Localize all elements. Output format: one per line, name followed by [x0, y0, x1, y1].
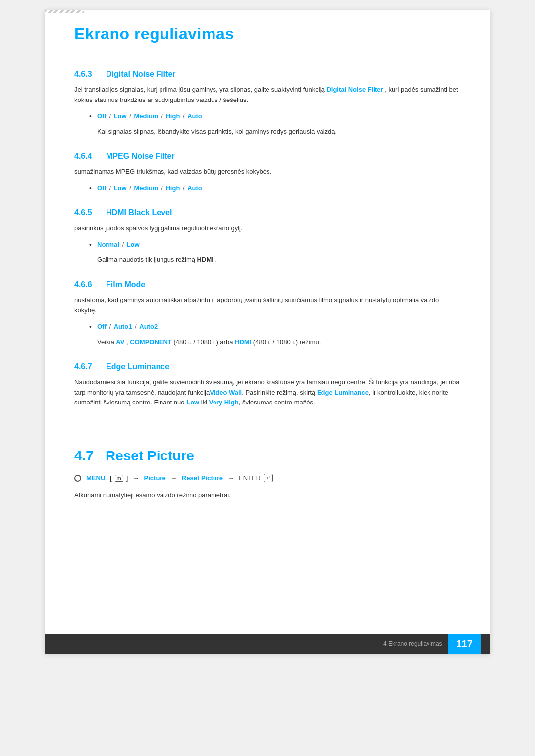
- menu-picture-link: Picture: [144, 474, 166, 482]
- page: Ekrano reguliavimas 4.6.3 Digital Noise …: [45, 10, 490, 654]
- options-list-465: Normal / Low: [89, 239, 461, 250]
- section-heading-467: 4.6.7 Edge Luminance: [74, 362, 461, 371]
- list-item-465: Normal / Low: [89, 239, 461, 250]
- section-464: 4.6.4 MPEG Noise Filter sumažinamas MPEG…: [74, 152, 461, 194]
- note-text-463: Kai signalas silpnas, išbandykite visas …: [97, 127, 461, 137]
- note-text-466: Veikia AV , COMPONENT (480 i. / 1080 i.)…: [97, 337, 461, 348]
- circle-icon: [74, 475, 81, 482]
- content-area: 4.6.3 Digital Noise Filter Jei transliac…: [45, 48, 490, 545]
- option-medium-463: Medium: [134, 112, 158, 120]
- page-footer: 4 Ekrano reguliavimas 117: [45, 634, 490, 654]
- section-463: 4.6.3 Digital Noise Filter Jei transliac…: [74, 70, 461, 137]
- section-466: 4.6.6 Film Mode nustatoma, kad gaminys a…: [74, 280, 461, 348]
- section-47-heading: 4.7 Reset Picture: [74, 438, 461, 464]
- note-text-465: Galima naudotis tik įjungus režimą HDMI …: [97, 255, 461, 265]
- body-text-466: nustatoma, kad gaminys automatiškai atpa…: [74, 295, 461, 316]
- section-divider: [74, 423, 461, 423]
- section-heading-463: 4.6.3 Digital Noise Filter: [74, 70, 461, 79]
- list-item-463: Off / Low / Medium / High / Auto: [89, 110, 461, 122]
- body-text-47: Atkuriami numatytieji esamo vaizdo režim…: [74, 490, 461, 501]
- section-heading-464: 4.6.4 MPEG Noise Filter: [74, 152, 461, 161]
- footer-section-label: 4 Ekrano reguliavimas: [383, 640, 442, 647]
- footer-page-number: 117: [448, 634, 481, 654]
- page-header: Ekrano reguliavimas: [45, 10, 490, 48]
- option-off-463: Off: [97, 112, 107, 120]
- section-467: 4.6.7 Edge Luminance Naudodamiesi šia fu…: [74, 362, 461, 408]
- body-text-463: Jei transliacijos signalas, kurį priima …: [74, 85, 461, 105]
- top-stripe-decoration: [45, 10, 84, 13]
- menu-keyword: MENU: [86, 474, 105, 482]
- options-list-464: Off / Low / Medium / High / Auto: [89, 182, 461, 194]
- section-heading-465: 4.6.5 HDMI Black Level: [74, 208, 461, 217]
- section-465: 4.6.5 HDMI Black Level pasirinkus juodos…: [74, 208, 461, 265]
- option-low-463: Low: [114, 112, 127, 120]
- menu-reset-picture-link: Reset Picture: [182, 474, 223, 482]
- list-item-466: Off / Auto1 / Auto2: [89, 321, 461, 332]
- menu-navigation-row: MENU [ m ] → Picture → Reset Picture → E…: [74, 474, 461, 482]
- enter-box: ↵: [264, 474, 273, 482]
- list-item-464: Off / Low / Medium / High / Auto: [89, 182, 461, 194]
- options-list-463: Off / Low / Medium / High / Auto: [89, 110, 461, 122]
- option-high-463: High: [165, 112, 180, 120]
- option-auto-463: Auto: [187, 112, 202, 120]
- body-text-465: pasirinkus juodos spalvos lygį galima re…: [74, 223, 461, 234]
- body-text-464: sumažinamas MPEG triukšmas, kad vaizdas …: [74, 167, 461, 177]
- options-list-466: Off / Auto1 / Auto2: [89, 321, 461, 332]
- page-title: Ekrano reguliavimas: [74, 25, 461, 43]
- body-text-467: Naudodamiesi šia funkcija, galite suvien…: [74, 377, 461, 408]
- section-heading-466: 4.6.6 Film Mode: [74, 280, 461, 289]
